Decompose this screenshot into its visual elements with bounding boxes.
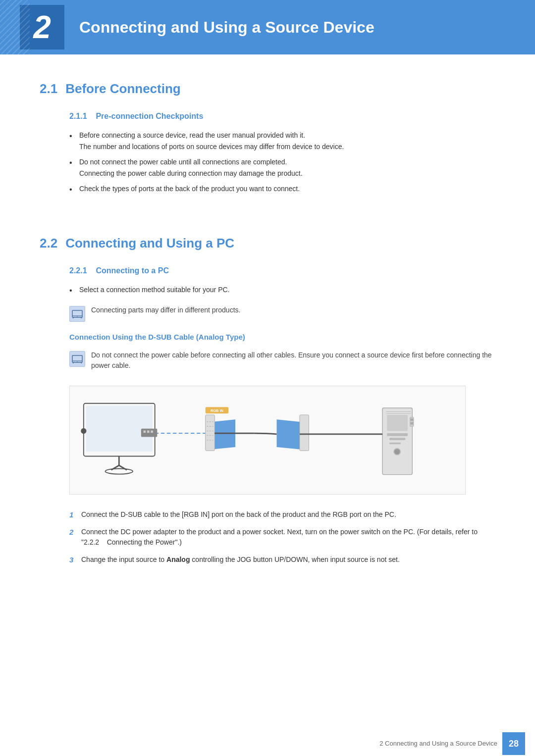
svg-rect-37 — [389, 442, 401, 444]
analog-bold: Analog — [166, 555, 190, 563]
section-2-1-1-number: 2.1.1 — [69, 112, 87, 120]
step-text-3: Change the input source to Analog contro… — [81, 555, 400, 563]
section-2-1: 2.1 Before Connecting 2.1.1 Pre-connecti… — [40, 79, 495, 194]
illustration-svg: RGB IN — [70, 386, 465, 494]
svg-rect-19 — [143, 430, 146, 433]
list-item: Check the types of ports at the back of … — [69, 184, 495, 194]
list-item: 2 Connect the DC power adapter to the pr… — [69, 527, 495, 548]
connection-subheading: Connection Using the D-SUB Cable (Analog… — [69, 332, 495, 343]
list-item: 1 Connect the D-SUB cable to the [RGB IN… — [69, 509, 495, 520]
svg-point-39 — [394, 449, 400, 454]
svg-rect-32 — [300, 414, 309, 450]
section-2-2-heading: 2.2 Connecting and Using a PC — [40, 234, 495, 253]
chapter-header: 2 Connecting and Using a Source Device — [0, 0, 535, 54]
svg-marker-24 — [213, 419, 235, 449]
svg-point-16 — [81, 428, 86, 433]
note-box-parts: Connecting parts may differ in different… — [69, 305, 495, 322]
step-num-2: 2 — [69, 527, 73, 538]
bullet-main-3: Check the types of ports at the back of … — [79, 185, 300, 193]
bullets-2-1-1: Before connecting a source device, read … — [69, 130, 495, 194]
bullet-main-1: Before connecting a source device, read … — [79, 131, 305, 139]
bullet-main-2: Do not connect the power cable until all… — [79, 158, 287, 166]
connection-illustration: RGB IN — [69, 386, 466, 495]
svg-rect-43 — [411, 418, 414, 421]
note-icon — [69, 306, 85, 322]
section-2-2-1-title: Connecting to a PC — [96, 266, 169, 275]
note-text-parts: Connecting parts may differ in different… — [91, 305, 495, 315]
svg-point-9 — [77, 361, 78, 362]
footer-text: 2 Connecting and Using a Source Device — [379, 739, 497, 749]
note-text-connection: Do not connect the power cable before co… — [91, 350, 495, 371]
list-item: Do not connect the power cable until all… — [69, 157, 495, 179]
bullet-221-1: Select a connection method suitable for … — [79, 286, 230, 294]
svg-rect-5 — [72, 355, 82, 362]
svg-text:RGB IN: RGB IN — [211, 408, 223, 413]
page-footer: 2 Connecting and Using a Source Device 2… — [0, 731, 535, 756]
section-2-2-title: Connecting and Using a PC — [65, 234, 234, 253]
chapter-number-box: 2 — [20, 5, 64, 50]
section-2-1-1-heading: 2.1.1 Pre-connection Checkpoints — [69, 110, 495, 122]
svg-rect-25 — [206, 414, 215, 450]
note-box-connection: Do not connect the power cable before co… — [69, 350, 495, 371]
section-2-1-title: Before Connecting — [65, 79, 181, 99]
list-item: Before connecting a source device, read … — [69, 130, 495, 152]
section-2-2-1-number: 2.2.1 — [69, 266, 87, 275]
chapter-title: Connecting and Using a Source Device — [79, 15, 374, 39]
svg-point-4 — [77, 316, 78, 317]
step-num-3: 3 — [69, 554, 73, 566]
list-item: Select a connection method suitable for … — [69, 285, 495, 295]
section-separator — [40, 214, 495, 234]
section-2-1-heading: 2.1 Before Connecting — [40, 79, 495, 99]
bullets-2-2-1: Select a connection method suitable for … — [69, 285, 495, 295]
section-2-1-number: 2.1 — [40, 79, 57, 99]
svg-rect-42 — [410, 417, 414, 426]
section-2-2: 2.2 Connecting and Using a PC 2.2.1 Conn… — [40, 234, 495, 565]
svg-rect-36 — [389, 438, 405, 440]
section-2-2-1-heading: 2.2.1 Connecting to a PC — [69, 265, 495, 277]
main-content: 2.1 Before Connecting 2.1.1 Pre-connecti… — [0, 79, 535, 624]
bullet-sub-1: The number and locations of ports on sou… — [79, 142, 495, 152]
bullet-sub-2: Connecting the power cable during connec… — [79, 168, 495, 179]
svg-rect-34 — [387, 414, 408, 430]
svg-rect-0 — [72, 310, 82, 317]
svg-rect-21 — [151, 430, 153, 433]
svg-rect-38 — [387, 433, 408, 436]
step-text-2: Connect the DC power adapter to the prod… — [81, 528, 478, 546]
section-2-2-number: 2.2 — [40, 234, 57, 253]
list-item: 3 Change the input source to Analog cont… — [69, 554, 495, 565]
svg-rect-44 — [411, 422, 414, 424]
svg-marker-31 — [277, 419, 300, 449]
chapter-number: 2 — [33, 3, 51, 51]
svg-rect-20 — [147, 430, 150, 433]
step-num-1: 1 — [69, 509, 73, 521]
steps-list: 1 Connect the D-SUB cable to the [RGB IN… — [69, 509, 495, 565]
svg-point-15 — [105, 468, 133, 474]
footer-page-number: 28 — [502, 732, 525, 755]
note-icon-2 — [69, 351, 85, 367]
section-2-1-1-title: Pre-connection Checkpoints — [96, 112, 203, 120]
step-text-1: Connect the D-SUB cable to the [RGB IN] … — [81, 510, 396, 518]
